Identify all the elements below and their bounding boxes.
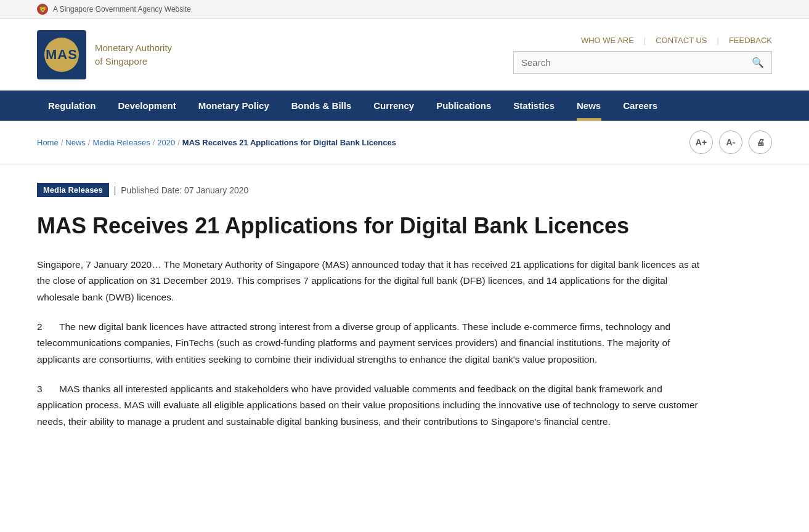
article-body: Singapore, 7 January 2020… The Monetary … xyxy=(37,257,702,430)
nav-item-news[interactable]: News xyxy=(566,91,612,121)
search-bar: 🔍 xyxy=(513,51,772,74)
increase-text-button[interactable]: A+ xyxy=(689,131,713,154)
feedback-link[interactable]: FEEDBACK xyxy=(729,36,772,45)
org-name: Monetary Authority of Singapore xyxy=(95,41,172,69)
search-button[interactable]: 🔍 xyxy=(752,57,764,68)
print-button[interactable]: 🖨 xyxy=(749,131,772,154)
breadcrumb-area: Home / News / Media Releases / 2020 / MA… xyxy=(0,121,809,164)
nav-item-careers[interactable]: Careers xyxy=(612,91,669,121)
mas-logo-text: MAS xyxy=(44,38,79,72)
logo-area: MAS Monetary Authority of Singapore xyxy=(37,30,172,79)
print-icon: 🖨 xyxy=(756,137,765,147)
breadcrumb-news[interactable]: News xyxy=(65,138,86,147)
meta-row: Media Releases | Published Date: 07 Janu… xyxy=(37,183,702,197)
paragraph-3: 3MAS thanks all interested applicants an… xyxy=(37,381,702,430)
decrease-text-button[interactable]: A- xyxy=(719,131,742,154)
mas-logo[interactable]: MAS xyxy=(37,30,86,79)
sg-lion-icon xyxy=(37,4,48,15)
breadcrumb-home[interactable]: Home xyxy=(37,138,59,147)
article-title: MAS Receives 21 Applications for Digital… xyxy=(37,212,702,240)
breadcrumb-current: MAS Receives 21 Applications for Digital… xyxy=(182,138,396,147)
main-nav: Regulation Development Monetary Policy B… xyxy=(0,91,809,121)
nav-item-bonds-bills[interactable]: Bonds & Bills xyxy=(280,91,363,121)
breadcrumb-media-releases[interactable]: Media Releases xyxy=(92,138,150,147)
contact-us-link[interactable]: CONTACT US xyxy=(656,36,707,45)
header-right: WHO WE ARE | CONTACT US | FEEDBACK 🔍 xyxy=(513,36,772,74)
header: MAS Monetary Authority of Singapore WHO … xyxy=(0,19,809,91)
publish-date: | Published Date: 07 January 2020 xyxy=(114,185,248,195)
nav-item-monetary-policy[interactable]: Monetary Policy xyxy=(187,91,280,121)
header-links: WHO WE ARE | CONTACT US | FEEDBACK xyxy=(581,36,772,45)
search-input[interactable] xyxy=(521,57,752,68)
accessibility-controls: A+ A- 🖨 xyxy=(689,131,772,154)
nav-item-development[interactable]: Development xyxy=(107,91,187,121)
category-badge: Media Releases xyxy=(37,183,109,197)
breadcrumb: Home / News / Media Releases / 2020 / MA… xyxy=(37,138,396,147)
paragraph-2: 2The new digital bank licences have attr… xyxy=(37,319,702,368)
nav-item-regulation[interactable]: Regulation xyxy=(37,91,107,121)
nav-item-currency[interactable]: Currency xyxy=(362,91,425,121)
who-we-are-link[interactable]: WHO WE ARE xyxy=(581,36,634,45)
nav-item-publications[interactable]: Publications xyxy=(425,91,502,121)
gov-agency-label: A Singapore Government Agency Website xyxy=(53,5,191,14)
top-bar: A Singapore Government Agency Website xyxy=(0,0,809,19)
nav-item-statistics[interactable]: Statistics xyxy=(502,91,566,121)
paragraph-1: Singapore, 7 January 2020… The Monetary … xyxy=(37,257,702,305)
breadcrumb-2020[interactable]: 2020 xyxy=(157,138,175,147)
main-content: Media Releases | Published Date: 07 Janu… xyxy=(0,164,739,480)
